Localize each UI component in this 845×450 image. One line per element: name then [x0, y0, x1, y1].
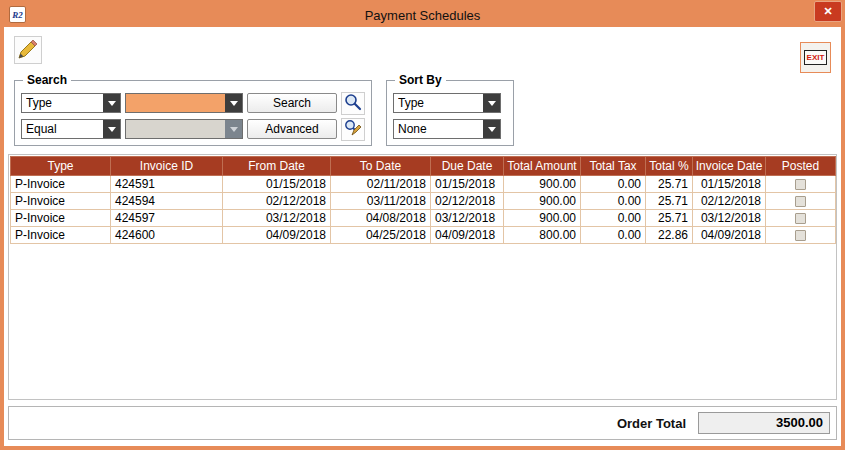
- sortby-legend: Sort By: [395, 73, 446, 87]
- find-icon-button[interactable]: [341, 92, 365, 115]
- cell: 424594: [111, 193, 223, 210]
- cell: 424591: [111, 176, 223, 193]
- cell: 0.00: [581, 210, 646, 227]
- sortby-secondary-value: None: [398, 120, 482, 138]
- chevron-down-icon[interactable]: [483, 120, 500, 138]
- cell: 424597: [111, 210, 223, 227]
- schedule-table-panel: TypeInvoice IDFrom DateTo DateDue DateTo…: [8, 154, 837, 400]
- posted-checkbox[interactable]: [795, 179, 806, 190]
- column-header[interactable]: From Date: [223, 157, 331, 176]
- cell: 03/12/2018: [693, 210, 766, 227]
- search-operator-combo[interactable]: Equal: [21, 119, 121, 139]
- magnifier-pencil-icon: [343, 118, 363, 141]
- search-groupbox: Search Type Search: [14, 80, 372, 146]
- cell: 03/11/2018: [331, 193, 431, 210]
- table-row[interactable]: P-Invoice42459703/12/201804/08/201803/12…: [11, 210, 836, 227]
- cell-posted: [766, 176, 836, 193]
- cell-posted: [766, 210, 836, 227]
- column-header[interactable]: Invoice ID: [111, 157, 223, 176]
- cell: P-Invoice: [11, 176, 111, 193]
- cell: 424600: [111, 227, 223, 244]
- column-header[interactable]: Total Tax: [581, 157, 646, 176]
- posted-checkbox[interactable]: [795, 196, 806, 207]
- search-button-label: Search: [273, 96, 311, 110]
- window-title: Payment Schedules: [365, 8, 481, 23]
- advanced-find-icon-button[interactable]: [341, 118, 365, 141]
- cell: 25.71: [646, 193, 693, 210]
- advanced-button-label: Advanced: [265, 122, 318, 136]
- cell: 22.86: [646, 227, 693, 244]
- order-total-label: Order Total: [617, 416, 686, 431]
- column-header[interactable]: Posted: [766, 157, 836, 176]
- cell: 0.00: [581, 227, 646, 244]
- column-header[interactable]: To Date: [331, 157, 431, 176]
- column-header[interactable]: Due Date: [431, 157, 504, 176]
- search-legend: Search: [23, 73, 71, 87]
- title-bar[interactable]: R2 Payment Schedules ✕: [3, 3, 842, 27]
- cell: 800.00: [504, 227, 581, 244]
- order-total-value: 3500.00: [698, 412, 830, 434]
- app-icon: R2: [9, 6, 26, 23]
- column-header[interactable]: Type: [11, 157, 111, 176]
- exit-icon: EXIT: [804, 50, 828, 65]
- cell: 01/15/2018: [223, 176, 331, 193]
- cell: P-Invoice: [11, 193, 111, 210]
- sortby-secondary-combo[interactable]: None: [393, 119, 501, 139]
- edit-button[interactable]: [14, 36, 42, 64]
- chevron-down-icon[interactable]: [225, 94, 242, 112]
- table-row[interactable]: P-Invoice42459101/15/201802/11/201801/15…: [11, 176, 836, 193]
- search-operator-value: Equal: [26, 120, 102, 138]
- cell: 04/09/2018: [431, 227, 504, 244]
- cell: 04/25/2018: [331, 227, 431, 244]
- advanced-button[interactable]: Advanced: [247, 119, 337, 139]
- cell: 02/11/2018: [331, 176, 431, 193]
- pencil-icon: [16, 37, 40, 64]
- cell: 04/09/2018: [223, 227, 331, 244]
- column-header[interactable]: Total Amount: [504, 157, 581, 176]
- sortby-primary-combo[interactable]: Type: [393, 93, 501, 113]
- table-row[interactable]: P-Invoice42459402/12/201803/11/201802/12…: [11, 193, 836, 210]
- search-field-combo[interactable]: Type: [21, 93, 121, 113]
- footer-panel: Order Total 3500.00: [8, 406, 837, 440]
- cell: 900.00: [504, 176, 581, 193]
- search-value2-combo: [125, 119, 243, 139]
- exit-button[interactable]: EXIT: [800, 42, 831, 73]
- cell: P-Invoice: [11, 227, 111, 244]
- search-field-value: Type: [26, 94, 102, 112]
- posted-checkbox[interactable]: [795, 213, 806, 224]
- cell-posted: [766, 193, 836, 210]
- column-header[interactable]: Invoice Date: [693, 157, 766, 176]
- cell: 04/09/2018: [693, 227, 766, 244]
- cell: 25.71: [646, 210, 693, 227]
- search-button[interactable]: Search: [247, 93, 337, 113]
- column-header[interactable]: Total %: [646, 157, 693, 176]
- chevron-down-icon[interactable]: [103, 94, 120, 112]
- window-content: EXIT Search Type Search: [4, 28, 841, 446]
- cell: 02/12/2018: [223, 193, 331, 210]
- table-body: P-Invoice42459101/15/201802/11/201801/15…: [11, 176, 836, 244]
- cell-posted: [766, 227, 836, 244]
- chevron-down-icon[interactable]: [483, 94, 500, 112]
- cell: 01/15/2018: [431, 176, 504, 193]
- payment-schedule-table: TypeInvoice IDFrom DateTo DateDue DateTo…: [10, 156, 836, 244]
- search-value-combo[interactable]: [125, 93, 243, 113]
- cell: 04/08/2018: [331, 210, 431, 227]
- sortby-groupbox: Sort By Type None: [386, 80, 514, 146]
- sortby-primary-value: Type: [398, 94, 482, 112]
- cell: 03/12/2018: [431, 210, 504, 227]
- cell: 02/12/2018: [431, 193, 504, 210]
- cell: 0.00: [581, 176, 646, 193]
- table-row[interactable]: P-Invoice42460004/09/201804/25/201804/09…: [11, 227, 836, 244]
- chevron-down-icon[interactable]: [103, 120, 120, 138]
- posted-checkbox[interactable]: [795, 230, 806, 241]
- cell: 03/12/2018: [223, 210, 331, 227]
- cell: 900.00: [504, 210, 581, 227]
- cell: 01/15/2018: [693, 176, 766, 193]
- magnifier-icon: [343, 92, 363, 115]
- chevron-down-icon: [225, 120, 242, 138]
- cell: 900.00: [504, 193, 581, 210]
- close-button[interactable]: ✕: [814, 1, 842, 22]
- table-header-row: TypeInvoice IDFrom DateTo DateDue DateTo…: [11, 157, 836, 176]
- payment-schedules-window: R2 Payment Schedules ✕ EXIT Search Type: [0, 0, 845, 450]
- cell: P-Invoice: [11, 210, 111, 227]
